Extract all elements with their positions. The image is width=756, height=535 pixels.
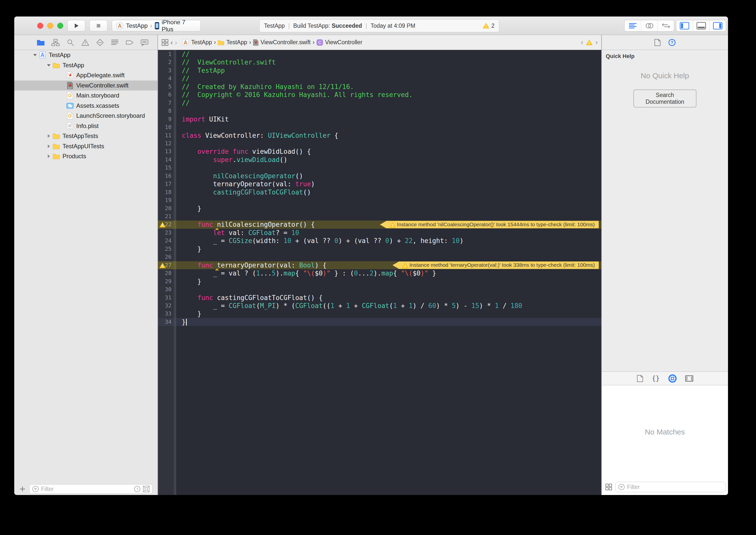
code-line-34[interactable]: 34} bbox=[158, 318, 601, 326]
line-number[interactable]: 34 bbox=[158, 318, 174, 326]
code-text[interactable]: import UIKit bbox=[176, 115, 601, 123]
navigator-row-main-storyboard[interactable]: Main.storyboard bbox=[14, 91, 157, 101]
go-forward-button[interactable]: › bbox=[175, 39, 177, 46]
line-number[interactable]: 18 bbox=[158, 188, 174, 196]
line-number[interactable]: 9 bbox=[158, 115, 174, 123]
code-line-25[interactable]: 25 } bbox=[158, 245, 601, 253]
line-number[interactable]: 19 bbox=[158, 196, 174, 204]
library-tab-file-template-library[interactable] bbox=[637, 375, 643, 382]
code-text[interactable] bbox=[176, 253, 601, 261]
code-line-9[interactable]: 9import UIKit bbox=[158, 115, 601, 123]
code-text[interactable]: override func viewDidLoad() { bbox=[176, 148, 601, 155]
line-number[interactable]: 27! bbox=[158, 261, 174, 269]
next-issue-button[interactable]: › bbox=[596, 39, 598, 46]
code-line-12[interactable]: 12 bbox=[158, 139, 601, 148]
navigator-row-testapptests[interactable]: TestAppTests bbox=[14, 131, 157, 141]
code-line-33[interactable]: 33 } bbox=[158, 310, 601, 318]
navigator-row-testappuitests[interactable]: TestAppUITests bbox=[14, 141, 157, 152]
disclosure-triangle-icon[interactable] bbox=[45, 143, 52, 150]
code-text[interactable]: } bbox=[176, 310, 601, 318]
line-number[interactable]: 4 bbox=[158, 74, 174, 82]
navigator-tab-report-navigator[interactable] bbox=[140, 38, 149, 47]
status-warnings[interactable]: ! 2 bbox=[483, 22, 494, 29]
navigator-row-launchscreen-storyboard[interactable]: LaunchScreen.storyboard bbox=[14, 111, 157, 121]
line-number[interactable]: 28 bbox=[158, 269, 174, 277]
navigator-tab-debug-navigator[interactable] bbox=[110, 38, 119, 47]
code-text[interactable]: func castingCGFloatToCGFloat() { bbox=[176, 294, 601, 302]
navigator-tab-project-navigator[interactable] bbox=[36, 38, 45, 47]
line-number[interactable]: 17 bbox=[158, 180, 174, 188]
library-grid-icon[interactable] bbox=[605, 484, 612, 491]
code-text[interactable]: // bbox=[176, 50, 601, 58]
line-number[interactable]: 5 bbox=[158, 83, 174, 91]
line-number[interactable]: 3 bbox=[158, 67, 174, 74]
code-text[interactable]: let val: CGFloat? = 10 bbox=[176, 229, 601, 237]
code-line-8[interactable]: 8 bbox=[158, 107, 601, 115]
code-text[interactable]: ternaryOperator(val: true) bbox=[176, 180, 601, 188]
line-number[interactable]: 22! bbox=[158, 220, 174, 229]
navigator-row-testapp[interactable]: TestApp bbox=[14, 60, 157, 70]
code-line-20[interactable]: 20 } bbox=[158, 205, 601, 212]
code-line-5[interactable]: 5// Created by Kazuhiro Hayashi on 12/11… bbox=[158, 83, 601, 91]
code-text[interactable] bbox=[176, 139, 601, 148]
code-text[interactable]: // Created by Kazuhiro Hayashi on 12/11/… bbox=[176, 83, 601, 91]
code-text[interactable]: _ = CGFloat(M_PI) * (CGFloat((1 + 1 + CG… bbox=[176, 302, 601, 310]
code-text[interactable]: _ = val ? (1...5).map{ "\($0)" } : (0...… bbox=[176, 269, 601, 277]
line-number[interactable]: 6 bbox=[158, 91, 174, 99]
line-number[interactable]: 25 bbox=[158, 245, 174, 253]
toggle-debug-area-button[interactable] bbox=[693, 20, 709, 31]
navigator-row-info-plist[interactable]: PLISTInfo.plist bbox=[14, 121, 157, 131]
code-text[interactable]: // bbox=[176, 74, 601, 82]
code-text[interactable]: super.viewDidLoad() bbox=[176, 156, 601, 164]
version-editor-button[interactable] bbox=[658, 20, 674, 31]
line-number[interactable]: 14 bbox=[158, 156, 174, 164]
code-line-24[interactable]: 24 _ = CGSize(width: 10 + (val ?? 0) + (… bbox=[158, 237, 601, 245]
zoom-window-button[interactable] bbox=[57, 23, 63, 29]
code-line-18[interactable]: 18 castingCGFloatToCGFloat() bbox=[158, 188, 601, 196]
code-line-1[interactable]: 1// bbox=[158, 50, 601, 58]
line-number[interactable]: 30 bbox=[158, 286, 174, 294]
line-number[interactable]: 1 bbox=[158, 50, 174, 58]
breadcrumb-item-viewcontroller[interactable]: CViewController bbox=[317, 39, 362, 46]
disclosure-triangle-icon[interactable] bbox=[31, 51, 39, 59]
code-line-7[interactable]: 7// bbox=[158, 99, 601, 107]
line-number[interactable]: 26 bbox=[158, 253, 174, 261]
line-number[interactable]: 10 bbox=[158, 123, 174, 131]
code-line-3[interactable]: 3// TestApp bbox=[158, 67, 601, 74]
disclosure-triangle-icon[interactable] bbox=[45, 132, 52, 140]
toggle-navigator-button[interactable] bbox=[676, 20, 693, 31]
line-number[interactable]: 29 bbox=[158, 277, 174, 286]
minimize-window-button[interactable] bbox=[47, 23, 53, 29]
code-text[interactable]: } bbox=[176, 245, 601, 253]
code-line-21[interactable]: 21 bbox=[158, 212, 601, 220]
navigator-filter-field[interactable]: Filter bbox=[29, 484, 153, 494]
toggle-utilities-button[interactable] bbox=[709, 20, 726, 31]
run-button[interactable] bbox=[67, 20, 85, 32]
type-check-warning-badge[interactable]: !Instance method 'ternaryOperator(val:)'… bbox=[393, 262, 599, 269]
code-text[interactable]: // bbox=[176, 99, 601, 107]
line-number[interactable]: 13 bbox=[158, 148, 174, 155]
code-line-28[interactable]: 28 _ = val ? (1...5).map{ "\($0)" } : (0… bbox=[158, 269, 601, 277]
gutter-warning-icon[interactable]: ! bbox=[159, 222, 165, 227]
inspector-tab-file-inspector[interactable] bbox=[654, 39, 661, 46]
code-line-17[interactable]: 17 ternaryOperator(val: true) bbox=[158, 180, 601, 188]
code-text[interactable]: castingCGFloatToCGFloat() bbox=[176, 188, 601, 196]
line-number[interactable]: 33 bbox=[158, 310, 174, 318]
type-check-warning-badge[interactable]: !Instance method 'nilCoalescingOperator(… bbox=[380, 221, 599, 228]
unsaved-files-icon[interactable] bbox=[143, 486, 150, 493]
line-number[interactable]: 2 bbox=[158, 58, 174, 66]
navigator-row-viewcontroller-swift[interactable]: SWIFTViewController.swift bbox=[14, 80, 157, 91]
line-number[interactable]: 21 bbox=[158, 212, 174, 220]
code-line-26[interactable]: 26 bbox=[158, 253, 601, 261]
disclosure-triangle-icon[interactable] bbox=[45, 153, 52, 160]
code-line-4[interactable]: 4// bbox=[158, 74, 601, 82]
breadcrumb-item-viewcontroller-swift[interactable]: ViewController.swift bbox=[253, 39, 311, 46]
code-text[interactable]: class ViewController: UIViewController { bbox=[176, 131, 601, 139]
line-number[interactable]: 24 bbox=[158, 237, 174, 245]
code-area[interactable]: 1//2// ViewController.swift3// TestApp4/… bbox=[158, 50, 601, 495]
library-filter-field[interactable]: Filter bbox=[615, 482, 725, 492]
line-number[interactable]: 20 bbox=[158, 205, 174, 212]
line-number[interactable]: 32 bbox=[158, 302, 174, 310]
stop-button[interactable] bbox=[90, 20, 107, 32]
breadcrumb-item-testapp[interactable]: TestApp bbox=[218, 39, 247, 46]
